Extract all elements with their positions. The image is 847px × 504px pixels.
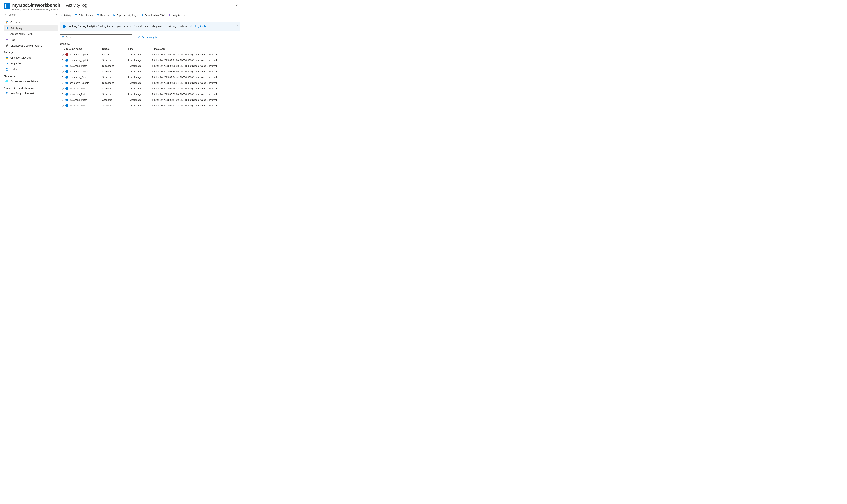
table-row[interactable]: iinstances_PatchAccepted2 weeks agoFri J… [60, 103, 240, 108]
nav-group-label: Settings [4, 49, 58, 55]
sidebar-item-chamber[interactable]: Chamber (preview) [4, 55, 57, 60]
table-row[interactable]: iinstances_PatchSucceeded2 weeks agoFri … [60, 91, 240, 97]
col-header-status[interactable]: Status [102, 48, 128, 50]
quick-insights-button[interactable]: Quick Insights [138, 36, 157, 39]
sidebar-item-support[interactable]: New Support Request [4, 90, 57, 96]
table-row[interactable]: iinstances_PatchSucceeded2 weeks agoFri … [60, 86, 240, 91]
cell-time: 2 weeks ago [128, 65, 152, 67]
cell-time: 2 weeks ago [128, 76, 152, 78]
grid-header: Operation name Status Time Time stamp [60, 46, 240, 52]
info-banner: i Looking for Log Analytics? In Log Anal… [60, 22, 240, 31]
chevron-right-icon[interactable] [62, 99, 64, 101]
chevron-right-icon[interactable] [62, 71, 64, 73]
cell-timestamp: Fri Jan 20 2023 07:38:53 GMT+0000 (Coord… [152, 65, 239, 67]
status-error-icon: ! [66, 53, 68, 56]
toolbar-label: Refresh [101, 14, 109, 17]
sidebar-item-overview[interactable]: Overview [4, 19, 57, 25]
lock-icon [5, 68, 8, 71]
cell-status: Accepted [102, 98, 128, 101]
refresh-icon [97, 14, 99, 17]
log-search[interactable] [60, 35, 132, 40]
col-header-timestamp[interactable]: Time stamp [152, 48, 239, 50]
search-icon [5, 14, 7, 16]
svg-rect-6 [6, 28, 7, 29]
lightbulb-icon [168, 14, 171, 17]
table-row[interactable]: ichambers_DeleteSucceeded2 weeks agoFri … [60, 74, 240, 80]
svg-line-29 [113, 14, 114, 15]
support-icon [5, 92, 8, 95]
status-info-icon: i [66, 70, 68, 73]
log-search-input[interactable] [66, 36, 130, 39]
sidebar-item-access-control[interactable]: Access control (IAM) [4, 31, 57, 37]
cell-status: Accepted [102, 104, 128, 107]
chevron-right-icon[interactable] [62, 76, 64, 78]
cell-timestamp: Fri Jan 20 2023 07:41:20 GMT+0000 (Coord… [152, 59, 239, 61]
chevron-right-icon[interactable] [62, 93, 64, 95]
properties-icon [5, 62, 8, 65]
sidebar: « OverviewActivity logAccess control (IA… [0, 12, 58, 145]
sidebar-search[interactable] [4, 12, 52, 17]
main-content: Activity Edit columns Refresh Export Act… [58, 12, 244, 145]
table-row[interactable]: !chambers_UpdateFailed2 weeks agoFri Jan… [60, 52, 240, 57]
columns-icon [75, 14, 77, 17]
cell-status: Succeeded [102, 76, 128, 78]
download-csv-button[interactable]: Download as CSV [141, 14, 165, 17]
collapse-sidebar-button[interactable]: « [54, 13, 58, 17]
cell-operation: instances_Patch [70, 104, 87, 107]
svg-point-9 [6, 39, 6, 39]
sidebar-item-diagnose[interactable]: Diagnose and solve problems [4, 43, 57, 49]
cell-operation: chambers_Update [70, 59, 89, 61]
svg-line-31 [113, 16, 114, 16]
chevron-right-icon[interactable] [62, 105, 64, 107]
cell-timestamp: Fri Jan 20 2023 06:44:09 GMT+0000 (Coord… [152, 98, 239, 101]
toolbar-label: Edit columns [79, 14, 92, 17]
table-row[interactable]: ichambers_DeleteSucceeded2 weeks agoFri … [60, 69, 240, 74]
chevron-right-icon[interactable] [62, 59, 64, 61]
search-icon [62, 36, 65, 39]
sidebar-item-advisor[interactable]: Advisor recommendations [4, 78, 57, 84]
cell-operation: instances_Patch [70, 87, 87, 90]
cell-timestamp: Fri Jan 20 2023 06:58:13 GMT+0000 (Coord… [152, 87, 239, 90]
col-header-time[interactable]: Time [128, 48, 152, 50]
toolbar-label: Activity [64, 14, 71, 17]
banner-link[interactable]: Visit Log Analytics [190, 25, 210, 28]
cell-status: Succeeded [102, 65, 128, 67]
nav-list: OverviewActivity logAccess control (IAM)… [4, 19, 58, 96]
table-row[interactable]: iinstances_PatchSucceeded2 weeks agoFri … [60, 63, 240, 69]
col-header-operation[interactable]: Operation name [61, 48, 102, 50]
activity-dropdown[interactable]: Activity [60, 14, 71, 17]
svg-rect-15 [6, 69, 8, 70]
sidebar-item-tags[interactable]: Tags [4, 37, 57, 43]
chevron-right-icon[interactable] [62, 54, 64, 56]
chevron-down-icon [60, 14, 62, 17]
chevron-right-icon[interactable] [62, 65, 64, 67]
sidebar-item-locks[interactable]: Locks [4, 67, 57, 72]
toolbar-more-button[interactable]: ··· [184, 13, 188, 17]
insights-button[interactable]: Insights [168, 14, 180, 17]
sidebar-item-properties[interactable]: Properties [4, 60, 57, 67]
item-count: 10 items. [60, 42, 240, 45]
table-row[interactable]: ichambers_UpdateSucceeded2 weeks agoFri … [60, 57, 240, 63]
refresh-button[interactable]: Refresh [97, 14, 109, 17]
chamber-icon [5, 56, 8, 59]
svg-line-38 [64, 38, 64, 38]
chevron-right-icon[interactable] [62, 82, 64, 84]
page-header: myModSimWorkbench | Activity log Modelin… [0, 0, 244, 12]
toolbar: Activity Edit columns Refresh Export Act… [60, 12, 240, 19]
chevron-right-icon[interactable] [62, 88, 64, 90]
sidebar-item-activity-log[interactable]: Activity log [4, 25, 57, 31]
table-row[interactable]: iinstances_PatchAccepted2 weeks agoFri J… [60, 97, 240, 103]
edit-columns-button[interactable]: Edit columns [75, 14, 92, 17]
status-info-icon: i [66, 93, 68, 95]
export-button[interactable]: Export Activity Logs [113, 14, 138, 17]
banner-close-button[interactable]: ✕ [236, 24, 238, 27]
close-button[interactable]: ✕ [234, 3, 240, 8]
sidebar-search-input[interactable] [8, 13, 51, 16]
banner-title: Looking for Log Analytics? [68, 25, 99, 28]
activity-grid: Operation name Status Time Time stamp !c… [60, 46, 240, 108]
cell-time: 2 weeks ago [128, 82, 152, 84]
table-row[interactable]: ichambers_UpdateSucceeded2 weeks agoFri … [60, 80, 240, 86]
nav-group-label: Support + troubleshooting [4, 84, 58, 90]
download-icon [141, 14, 144, 17]
cell-time: 2 weeks ago [128, 98, 152, 101]
